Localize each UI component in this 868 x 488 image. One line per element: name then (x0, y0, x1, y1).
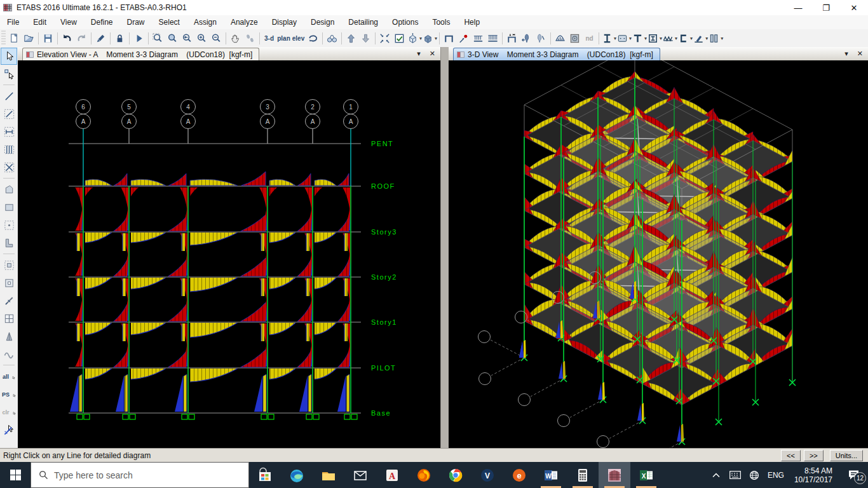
move-up-in-list-icon[interactable] (344, 30, 358, 46)
redo-icon[interactable] (74, 30, 89, 46)
section-pen-icon[interactable]: ▾ (693, 30, 708, 46)
object-viewer-icon[interactable] (325, 30, 339, 46)
menu-item-display[interactable]: Display (265, 16, 304, 29)
dropdown-arrow-icon[interactable]: ▾ (435, 36, 437, 41)
restore-full-view-icon[interactable] (165, 30, 180, 46)
assign-point-right-icon[interactable] (534, 30, 548, 46)
quick-draw-beam-icon[interactable] (1, 123, 17, 140)
three-d-dropdown-icon[interactable]: ▾ (844, 50, 848, 58)
taskbar-app-calculator[interactable] (567, 462, 599, 488)
quick-draw-wall-icon[interactable] (1, 257, 17, 274)
taskbar-app-etabs[interactable] (599, 462, 630, 488)
assign-area-load-icon[interactable] (485, 30, 500, 46)
frame-hinge-icon[interactable] (505, 30, 519, 46)
section-cut-icon[interactable] (567, 30, 582, 46)
elevation-close-icon[interactable]: ✕ (430, 50, 435, 58)
pan-icon[interactable] (228, 30, 243, 46)
edit-drawing-icon[interactable] (93, 30, 108, 46)
taskbar-app-file-explorer[interactable] (313, 462, 344, 488)
elevation-dropdown-icon[interactable]: ▾ (417, 50, 421, 58)
undo-icon[interactable] (60, 30, 74, 46)
quick-draw-secondary-beams-icon[interactable] (1, 141, 17, 158)
section-box-i-icon[interactable]: ▾ (647, 30, 662, 46)
touch-keyboard-icon[interactable] (726, 462, 745, 488)
taskbar-app-acrobat[interactable]: A (376, 462, 408, 488)
network-globe-icon[interactable] (745, 462, 764, 488)
taskbar-app-chrome[interactable] (440, 462, 471, 488)
view-elevation-button[interactable]: elev (291, 30, 306, 46)
action-center-icon[interactable]: 12 (839, 462, 868, 488)
taskbar-app-firefox[interactable] (408, 462, 440, 488)
draw-line-icon[interactable] (1, 88, 17, 105)
walkthrough-icon[interactable] (243, 30, 257, 46)
menu-item-help[interactable]: Help (457, 16, 487, 29)
draw-wall-stack-icon[interactable] (1, 234, 17, 252)
invert-selection-icon[interactable] (1, 421, 17, 438)
rubber-band-zoom-icon[interactable] (151, 30, 165, 46)
menu-item-options[interactable]: Options (385, 16, 425, 29)
lock-model-icon[interactable] (112, 30, 127, 46)
draw-dimension-icon[interactable] (1, 328, 17, 345)
language-indicator[interactable]: ENG (764, 471, 788, 480)
three-d-view-tab[interactable]: 3-D View Moment 3-3 Diagram (UDCon18) [k… (453, 48, 660, 60)
move-down-in-list-icon[interactable] (358, 30, 373, 46)
draw-frame-icon[interactable] (442, 30, 456, 46)
edit-grid-icon[interactable] (1, 310, 17, 327)
draw-reference-curve-icon[interactable] (1, 346, 17, 363)
run-analysis-icon[interactable] (132, 30, 146, 46)
object-view-cube-icon[interactable]: ▾ (407, 30, 422, 46)
new-model-icon[interactable] (7, 30, 22, 46)
section-i-icon[interactable]: ▾ (601, 30, 616, 46)
save-icon[interactable] (41, 30, 55, 46)
select-pointer-icon[interactable] (1, 48, 17, 65)
previous-selection-button[interactable]: PS (1, 386, 17, 403)
close-button[interactable]: ✕ (840, 0, 868, 15)
assign-frame-load-icon[interactable] (471, 30, 485, 46)
section-t-icon[interactable]: ▾ (632, 30, 647, 46)
bridge-wizard-icon[interactable] (553, 30, 567, 46)
three-d-close-icon[interactable]: ✕ (857, 50, 863, 58)
zoom-in-icon[interactable] (194, 30, 209, 46)
shaded-view-icon[interactable]: ▾ (422, 30, 437, 46)
menu-item-draw[interactable]: Draw (120, 16, 152, 29)
units-button[interactable]: Units... (830, 450, 863, 461)
menu-item-view[interactable]: View (53, 16, 84, 29)
menu-item-select[interactable]: Select (152, 16, 187, 29)
section-wall-icon[interactable]: ▾ (708, 30, 723, 46)
menu-item-tools[interactable]: Tools (425, 16, 457, 29)
quick-draw-brace-icon[interactable] (1, 159, 17, 176)
taskbar-app-mail[interactable] (344, 462, 376, 488)
section-truss-icon[interactable]: ▾ (662, 30, 677, 46)
draw-frame-object-icon[interactable] (1, 105, 17, 123)
quick-draw-area-icon[interactable] (1, 217, 17, 234)
menu-item-analyze[interactable]: Analyze (224, 16, 265, 29)
assign-joint-icon[interactable] (456, 30, 471, 46)
taskbar-app-word[interactable]: W (535, 462, 567, 488)
draw-door-icon[interactable] (1, 274, 17, 292)
rotate-3d-view-icon[interactable] (306, 30, 320, 46)
previous-window-button[interactable]: << (781, 450, 801, 461)
set-display-options-icon[interactable] (392, 30, 407, 46)
draw-rect-area-icon[interactable] (1, 199, 17, 216)
next-window-button[interactable]: >> (804, 450, 824, 461)
clock[interactable]: 8:54 AM 10/17/2017 (788, 466, 839, 484)
section-slab-icon[interactable]: ▾ (616, 30, 632, 46)
menu-item-file[interactable]: File (0, 16, 26, 29)
taskbar-search-input[interactable]: Type here to search (31, 462, 249, 488)
elevation-view-tab[interactable]: Elevation View - A Moment 3-3 Diagram (U… (22, 48, 259, 60)
dropdown-arrow-icon[interactable]: ▾ (721, 36, 723, 41)
shrink-objects-icon[interactable] (377, 30, 392, 46)
assign-point-left-icon[interactable] (519, 30, 534, 46)
restore-button[interactable]: ❐ (812, 0, 840, 15)
menu-item-design[interactable]: Design (304, 16, 341, 29)
taskbar-app-edge[interactable] (281, 462, 313, 488)
menu-item-define[interactable]: Define (84, 16, 120, 29)
toolbar-drag-handle[interactable] (1, 30, 6, 46)
select-all-button[interactable]: all (1, 368, 17, 385)
tray-chevron-up-icon[interactable] (707, 462, 726, 488)
three-d-canvas[interactable] (449, 60, 868, 448)
open-file-icon[interactable] (22, 30, 36, 46)
menu-item-detailing[interactable]: Detailing (341, 16, 385, 29)
reshape-object-icon[interactable] (1, 65, 17, 83)
taskbar-app-store[interactable] (249, 462, 281, 488)
